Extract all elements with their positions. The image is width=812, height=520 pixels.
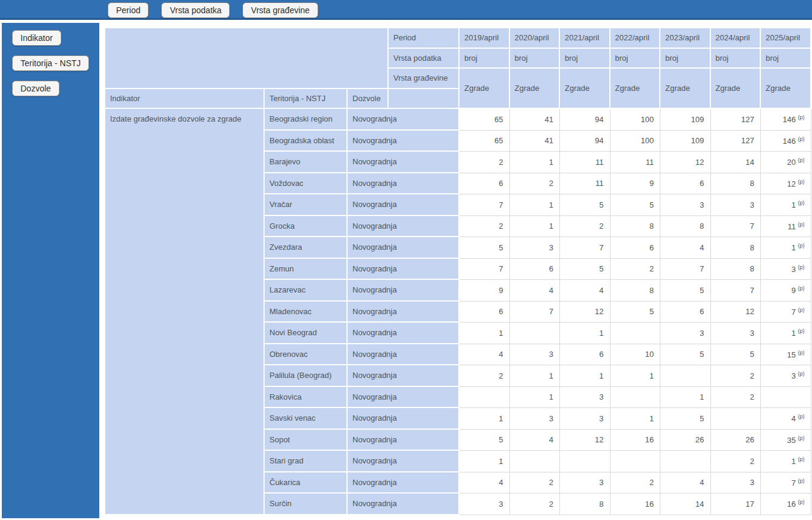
stub-header-cell: Teritorija - NSTJ bbox=[265, 89, 348, 110]
value-cell: 10 bbox=[611, 344, 661, 366]
dimension-value-cell: broj bbox=[560, 49, 611, 69]
dimension-label-cell: Period bbox=[389, 28, 460, 49]
value-cell: 1 bbox=[460, 408, 510, 430]
value-cell: 3 bbox=[711, 194, 761, 216]
sidebar-button-teritorija[interactable]: Teritorija - NSTJ bbox=[12, 55, 89, 71]
dimension-value-cell: Zgrade bbox=[510, 69, 561, 109]
preliminary-flag: (p) bbox=[798, 413, 805, 419]
value-cell: 8 bbox=[711, 173, 761, 195]
value-cell: 8 bbox=[711, 259, 761, 280]
value-cell: 7 bbox=[711, 216, 761, 238]
permit-type-cell: Novogradnja bbox=[348, 344, 460, 366]
dimension-value-cell: broj bbox=[761, 49, 811, 69]
permit-type-cell: Novogradnja bbox=[348, 109, 460, 131]
value-cell: 3 (p) bbox=[761, 365, 811, 387]
value-cell: 4 bbox=[510, 280, 561, 302]
value-cell: 7 (p) bbox=[761, 472, 811, 494]
dimension-value-cell: 2022/april bbox=[611, 28, 661, 49]
value-cell: 9 bbox=[460, 280, 510, 302]
value-cell: 4 bbox=[660, 472, 711, 494]
dimension-value-cell: 2021/april bbox=[560, 28, 611, 49]
value-cell: 8 bbox=[611, 280, 661, 302]
value-cell: 7 bbox=[560, 237, 611, 259]
dimension-value-cell: Zgrade bbox=[611, 69, 661, 109]
value-cell: 7 bbox=[711, 280, 761, 302]
permit-type-cell: Novogradnja bbox=[348, 365, 460, 387]
value-cell: 7 (p) bbox=[761, 302, 811, 323]
value-cell: 9 bbox=[611, 173, 661, 195]
value-cell: 6 bbox=[560, 344, 611, 366]
preliminary-flag: (p) bbox=[798, 307, 805, 313]
value-cell: 6 bbox=[660, 173, 711, 195]
value-cell: 5 bbox=[660, 280, 711, 302]
value-cell: 94 bbox=[560, 131, 611, 152]
value-cell bbox=[611, 387, 661, 409]
value-cell: 17 bbox=[711, 494, 761, 515]
value-cell: 3 bbox=[711, 472, 761, 494]
value-cell: 2 bbox=[510, 494, 561, 515]
value-cell: 2 bbox=[711, 451, 761, 472]
value-cell: 2 bbox=[460, 216, 510, 238]
value-cell: 1 bbox=[460, 323, 510, 344]
dimension-value-cell: 2020/april bbox=[510, 28, 561, 49]
sidebar-button-dozvole[interactable]: Dozvole bbox=[12, 81, 60, 96]
territory-cell: Stari grad bbox=[265, 451, 348, 472]
value-cell: 1 bbox=[611, 365, 661, 387]
value-cell bbox=[711, 408, 761, 430]
value-cell: 6 bbox=[510, 259, 561, 280]
dimension-value-cell: 2024/april bbox=[711, 28, 761, 49]
dimension-value-cell: broj bbox=[711, 49, 761, 69]
value-cell: 2 bbox=[711, 365, 761, 387]
value-cell: 12 bbox=[660, 152, 711, 173]
value-cell bbox=[611, 323, 661, 344]
preliminary-flag: (p) bbox=[798, 350, 805, 356]
table-corner-cell bbox=[105, 28, 389, 89]
value-cell: 3 bbox=[711, 323, 761, 344]
value-cell: 127 bbox=[711, 109, 761, 131]
dimension-value-cell: Zgrade bbox=[711, 69, 761, 109]
value-cell: 5 bbox=[460, 430, 510, 451]
value-cell: 8 bbox=[611, 216, 661, 238]
territory-cell: Čukarica bbox=[265, 472, 348, 494]
value-cell: 127 bbox=[711, 131, 761, 152]
value-cell: 12 bbox=[560, 430, 611, 451]
value-cell: 35 (p) bbox=[761, 430, 811, 451]
value-cell: 2 bbox=[460, 152, 510, 173]
stub-header-empty-cell bbox=[389, 89, 460, 110]
value-cell bbox=[660, 451, 711, 472]
permit-type-cell: Novogradnja bbox=[348, 259, 460, 280]
dimension-value-cell: broj bbox=[660, 49, 711, 69]
value-cell: 1 bbox=[510, 152, 561, 173]
preliminary-flag: (p) bbox=[798, 435, 805, 441]
permit-type-cell: Novogradnja bbox=[348, 237, 460, 259]
value-cell: 2 bbox=[510, 173, 561, 195]
preliminary-flag: (p) bbox=[798, 328, 805, 334]
value-cell: 109 bbox=[660, 131, 711, 152]
dimension-value-cell: broj bbox=[611, 49, 661, 69]
value-cell bbox=[460, 387, 510, 409]
value-cell: 14 bbox=[660, 494, 711, 515]
value-cell: 12 (p) bbox=[761, 173, 811, 195]
value-cell: 3 bbox=[660, 194, 711, 216]
permit-type-cell: Novogradnja bbox=[348, 216, 460, 238]
toolbar-button-vrsta-gradjevine[interactable]: Vrsta građevine bbox=[242, 2, 318, 18]
value-cell: 109 bbox=[660, 109, 711, 131]
value-cell: 11 (p) bbox=[761, 216, 811, 238]
value-cell: 3 bbox=[560, 408, 611, 430]
stub-header-cell: Dozvole bbox=[348, 89, 389, 110]
value-cell: 3 bbox=[560, 387, 611, 409]
preliminary-flag: (p) bbox=[798, 221, 805, 228]
value-cell: 11 bbox=[611, 152, 661, 173]
dimension-value-cell: Zgrade bbox=[560, 69, 611, 109]
value-cell: 5 bbox=[460, 237, 510, 259]
value-cell: 65 bbox=[460, 131, 510, 152]
toolbar-button-vrsta-podatka[interactable]: Vrsta podatka bbox=[161, 2, 230, 18]
toolbar-button-period[interactable]: Period bbox=[108, 2, 149, 18]
territory-cell: Zemun bbox=[265, 259, 348, 280]
value-cell: 3 bbox=[510, 237, 561, 259]
value-cell bbox=[510, 323, 561, 344]
preliminary-flag: (p) bbox=[798, 478, 805, 484]
dimension-value-cell: 2023/april bbox=[660, 28, 711, 49]
sidebar-button-indikator[interactable]: Indikator bbox=[12, 30, 61, 46]
preliminary-flag: (p) bbox=[798, 264, 805, 270]
